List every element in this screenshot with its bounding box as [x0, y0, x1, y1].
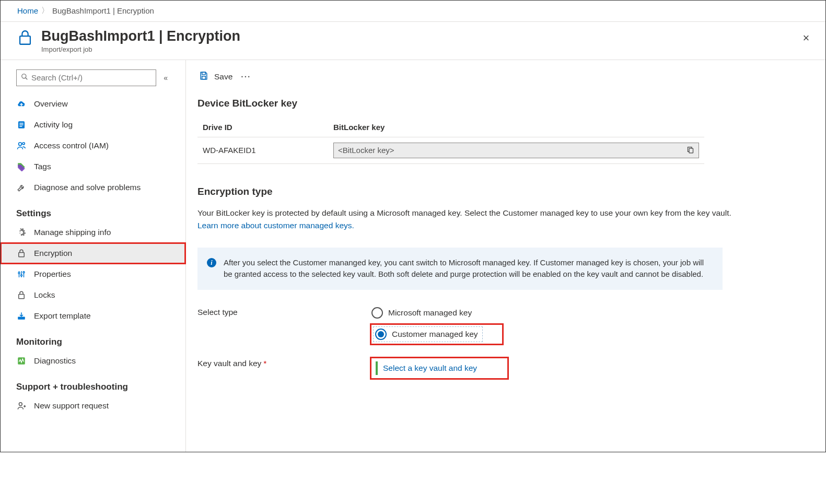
sidebar-section-monitoring: Monitoring: [1, 326, 185, 350]
people-icon: [16, 140, 27, 151]
sidebar-item-iam[interactable]: Access control (IAM): [1, 135, 185, 156]
tag-icon: [16, 161, 27, 172]
sidebar-item-locks[interactable]: Locks: [1, 285, 185, 306]
sidebar-item-overview[interactable]: Overview: [1, 93, 185, 114]
sidebar-item-label: Export template: [34, 311, 91, 321]
sidebar-item-label: Diagnostics: [34, 356, 76, 366]
svg-point-7: [19, 142, 22, 145]
lock-icon: [16, 27, 34, 48]
support-icon: [16, 401, 27, 411]
svg-rect-22: [689, 148, 693, 153]
sidebar-item-export-template[interactable]: Export template: [1, 306, 185, 326]
sidebar-item-label: Overview: [34, 99, 68, 109]
sidebar-item-label: Activity log: [34, 120, 73, 130]
sidebar-item-diagnose[interactable]: Diagnose and solve problems: [1, 177, 185, 198]
svg-point-13: [18, 272, 20, 274]
toolbar: Save ···: [197, 67, 814, 96]
radio-microsoft-managed[interactable]: Microsoft managed key: [370, 306, 504, 320]
save-button[interactable]: Save: [214, 72, 232, 81]
chevron-right-icon: 〉: [41, 6, 49, 16]
sidebar-item-label: Access control (IAM): [34, 141, 109, 150]
svg-rect-17: [18, 317, 25, 319]
export-icon: [16, 311, 27, 321]
sidebar-section-support: Support + troubleshooting: [1, 371, 185, 395]
radio-label: Customer managed key: [392, 330, 478, 339]
blade-header: BugBashImport1 | Encryption Import/expor…: [1, 22, 825, 60]
svg-point-14: [21, 274, 22, 276]
sidebar-item-encryption[interactable]: Encryption: [1, 243, 185, 264]
cloud-upload-icon: [16, 99, 27, 109]
svg-point-8: [22, 142, 25, 144]
sidebar-item-properties[interactable]: Properties: [1, 264, 185, 285]
svg-rect-9: [19, 252, 25, 256]
key-vault-label: Key vault and key*: [197, 357, 370, 368]
encryption-description: Your BitLocker key is protected by defau…: [197, 207, 772, 232]
diagnostics-icon: [16, 356, 27, 366]
col-bitlocker-key: BitLocker key: [328, 119, 704, 137]
drive-id-cell: WD-AFAKEID1: [197, 137, 328, 163]
sidebar-section-settings: Settings: [1, 198, 185, 222]
sidebar-item-label: Encryption: [34, 249, 72, 258]
sidebar-item-label: Locks: [34, 290, 55, 300]
sliders-icon: [16, 269, 27, 279]
svg-point-19: [19, 402, 22, 405]
copy-icon[interactable]: [687, 146, 694, 155]
sidebar-item-label: Tags: [34, 162, 51, 171]
svg-rect-4: [19, 123, 24, 124]
sidebar-item-activity-log[interactable]: Activity log: [1, 114, 185, 135]
info-text: After you select the Customer mananged k…: [224, 257, 712, 280]
breadcrumb: Home 〉 BugBashImport1 | Encryption: [1, 1, 825, 22]
radio-icon: [375, 329, 387, 340]
close-button[interactable]: ×: [798, 31, 814, 45]
page-subtitle: Import/export job: [41, 45, 240, 53]
sidebar-item-label: Properties: [34, 269, 71, 279]
learn-more-link[interactable]: Learn more about customer managed keys.: [197, 221, 354, 230]
sidebar: « Overview Activity log Access control (…: [1, 60, 186, 452]
bitlocker-key-value: <BitLocker key>: [338, 146, 394, 155]
sidebar-item-label: New support request: [34, 401, 109, 411]
breadcrumb-home[interactable]: Home: [17, 6, 38, 15]
radio-icon: [371, 307, 383, 319]
bitlocker-key-field[interactable]: <BitLocker key>: [333, 143, 699, 158]
sidebar-item-label: Diagnose and solve problems: [34, 183, 141, 192]
sidebar-item-support-request[interactable]: New support request: [1, 395, 185, 416]
table-row: WD-AFAKEID1 <BitLocker key>: [197, 137, 704, 163]
bitlocker-table: Drive ID BitLocker key WD-AFAKEID1 <BitL…: [197, 119, 704, 164]
svg-rect-16: [19, 294, 25, 298]
save-icon: [199, 71, 209, 83]
lock-icon: [16, 290, 27, 300]
status-bar-icon: [376, 361, 378, 375]
svg-rect-5: [19, 124, 24, 125]
log-icon: [16, 120, 27, 130]
collapse-sidebar-button[interactable]: «: [161, 72, 170, 84]
radio-label: Microsoft managed key: [388, 308, 472, 318]
svg-line-2: [26, 78, 28, 80]
page-title: BugBashImport1 | Encryption: [41, 29, 240, 44]
encryption-type-heading: Encryption type: [197, 186, 814, 197]
sidebar-item-label: Manage shipping info: [34, 228, 111, 237]
sidebar-item-diagnostics[interactable]: Diagnostics: [1, 350, 185, 371]
svg-rect-6: [19, 126, 22, 127]
sidebar-search[interactable]: [16, 69, 156, 86]
search-input[interactable]: [30, 73, 152, 83]
svg-rect-0: [20, 36, 30, 44]
sidebar-item-tags[interactable]: Tags: [1, 156, 185, 177]
bitlocker-heading: Device BitLocker key: [197, 98, 814, 109]
radio-customer-managed[interactable]: Customer managed key: [374, 327, 482, 342]
breadcrumb-current: BugBashImport1 | Encryption: [52, 6, 154, 15]
info-box: i After you select the Customer mananged…: [197, 248, 723, 290]
gear-icon: [16, 227, 27, 238]
svg-point-15: [23, 271, 25, 273]
sidebar-item-shipping[interactable]: Manage shipping info: [1, 222, 185, 243]
info-icon: i: [207, 258, 216, 267]
select-key-vault-link[interactable]: Select a key vault and key: [383, 361, 477, 375]
col-drive-id: Drive ID: [197, 119, 328, 137]
main-content: Save ··· Device BitLocker key Drive ID B…: [186, 60, 825, 452]
svg-rect-20: [202, 72, 206, 74]
select-type-label: Select type: [197, 306, 370, 317]
more-button[interactable]: ···: [241, 72, 251, 81]
svg-rect-21: [202, 76, 206, 79]
wrench-icon: [16, 182, 27, 193]
lock-icon: [16, 248, 27, 259]
search-icon: [21, 73, 28, 82]
